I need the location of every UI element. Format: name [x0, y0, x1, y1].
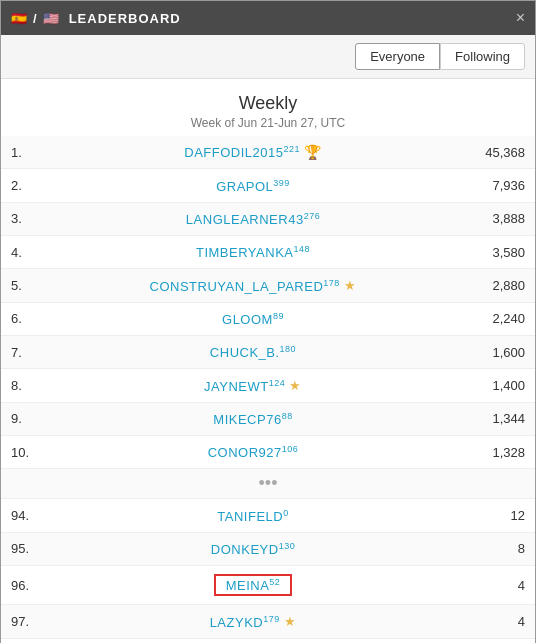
- table-row: 10.CONOR9271061,328: [1, 435, 535, 468]
- following-button[interactable]: Following: [440, 43, 525, 70]
- rank-cell: 7.: [1, 335, 41, 368]
- period-title: Weekly: [11, 93, 525, 114]
- titlebar: 🇪🇸 / 🇺🇸 LEADERBOARD ×: [1, 1, 535, 35]
- score-cell: 4: [465, 605, 535, 638]
- table-row: 3.LANGLEARNER432763,888: [1, 202, 535, 235]
- user-link[interactable]: CHUCK_B.180: [210, 345, 296, 360]
- name-cell[interactable]: MAKIZDAT21 ★: [41, 638, 465, 643]
- star-icon: ★: [284, 615, 297, 630]
- titlebar-left: 🇪🇸 / 🇺🇸 LEADERBOARD: [11, 11, 181, 26]
- divider-row: •••: [1, 469, 535, 499]
- score-cell: 1,400: [465, 369, 535, 402]
- rank-cell: 95.: [1, 532, 41, 565]
- user-link[interactable]: CONOR927106: [208, 445, 299, 460]
- score-cell: 8: [465, 532, 535, 565]
- flag-separator: /: [33, 11, 38, 26]
- user-link[interactable]: TANIFELD0: [217, 509, 288, 524]
- filter-bar: Everyone Following: [1, 35, 535, 79]
- score-cell: 4: [465, 565, 535, 604]
- everyone-button[interactable]: Everyone: [355, 43, 440, 70]
- trophy-icon: 🏆: [304, 144, 322, 160]
- user-link[interactable]: LAZYKD179: [210, 615, 280, 630]
- table-row: 98.MAKIZDAT21 ★0: [1, 638, 535, 643]
- rank-cell: 97.: [1, 605, 41, 638]
- table-row: 7.CHUCK_B.1801,600: [1, 335, 535, 368]
- name-cell[interactable]: JAYNEWT124 ★: [41, 369, 465, 402]
- rank-cell: 3.: [1, 202, 41, 235]
- table-row: 9.MIKECP76881,344: [1, 402, 535, 435]
- name-cell[interactable]: CHUCK_B.180: [41, 335, 465, 368]
- name-cell[interactable]: DONKEYD130: [41, 532, 465, 565]
- name-cell[interactable]: GLOOM89: [41, 302, 465, 335]
- table-row: 4.TIMBERYANKA1483,580: [1, 235, 535, 268]
- score-cell: 1,328: [465, 435, 535, 468]
- table-row: 6.GLOOM892,240: [1, 302, 535, 335]
- score-cell: 2,240: [465, 302, 535, 335]
- flag1-icon: 🇪🇸: [11, 11, 28, 26]
- name-cell[interactable]: MEINA52: [41, 565, 465, 604]
- user-link[interactable]: LANGLEARNER43276: [186, 212, 320, 227]
- score-cell: 3,580: [465, 235, 535, 268]
- rank-cell: 4.: [1, 235, 41, 268]
- score-cell: 2,880: [465, 269, 535, 302]
- name-cell[interactable]: CONOR927106: [41, 435, 465, 468]
- close-button[interactable]: ×: [516, 9, 525, 27]
- rank-cell: 10.: [1, 435, 41, 468]
- name-cell[interactable]: TIMBERYANKA148: [41, 235, 465, 268]
- user-link[interactable]: CONSTRUYAN_LA_PARED178: [150, 279, 340, 294]
- rank-cell: 5.: [1, 269, 41, 302]
- table-row: 97.LAZYKD179 ★4: [1, 605, 535, 638]
- period-subtitle: Week of Jun 21-Jun 27, UTC: [11, 116, 525, 130]
- rank-cell: 8.: [1, 369, 41, 402]
- window-title: LEADERBOARD: [69, 11, 181, 26]
- rank-cell: 6.: [1, 302, 41, 335]
- score-cell: 45,368: [465, 136, 535, 169]
- score-cell: 12: [465, 499, 535, 532]
- rank-cell: 2.: [1, 169, 41, 202]
- table-row: 2.GRAPOL3997,936: [1, 169, 535, 202]
- rank-cell: 94.: [1, 499, 41, 532]
- table-row: 94.TANIFELD012: [1, 499, 535, 532]
- user-link[interactable]: GLOOM89: [222, 312, 284, 327]
- user-link[interactable]: MIKECP7688: [213, 412, 292, 427]
- table-row: 1.DAFFODIL2015221 🏆45,368: [1, 136, 535, 169]
- table-row: 95.DONKEYD1308: [1, 532, 535, 565]
- name-cell[interactable]: CONSTRUYAN_LA_PARED178 ★: [41, 269, 465, 302]
- star-icon: ★: [344, 279, 357, 294]
- score-cell: 7,936: [465, 169, 535, 202]
- leaderboard-table: 1.DAFFODIL2015221 🏆45,3682.GRAPOL3997,93…: [1, 136, 535, 643]
- leaderboard-window: 🇪🇸 / 🇺🇸 LEADERBOARD × Everyone Following…: [0, 0, 536, 643]
- score-cell: 1,600: [465, 335, 535, 368]
- user-link[interactable]: TIMBERYANKA148: [196, 245, 310, 260]
- score-cell: 3,888: [465, 202, 535, 235]
- user-link[interactable]: GRAPOL399: [216, 179, 290, 194]
- name-cell[interactable]: LANGLEARNER43276: [41, 202, 465, 235]
- user-link[interactable]: JAYNEWT124: [204, 379, 285, 394]
- score-cell: 1,344: [465, 402, 535, 435]
- period-header: Weekly Week of Jun 21-Jun 27, UTC: [1, 79, 535, 136]
- table-row: 8.JAYNEWT124 ★1,400: [1, 369, 535, 402]
- name-cell[interactable]: TANIFELD0: [41, 499, 465, 532]
- rank-cell: 9.: [1, 402, 41, 435]
- name-cell[interactable]: MIKECP7688: [41, 402, 465, 435]
- user-link[interactable]: DONKEYD130: [211, 542, 295, 557]
- table-row: 96.MEINA524: [1, 565, 535, 604]
- table-row: 5.CONSTRUYAN_LA_PARED178 ★2,880: [1, 269, 535, 302]
- user-link[interactable]: MEINA52: [226, 578, 281, 593]
- name-cell[interactable]: LAZYKD179 ★: [41, 605, 465, 638]
- name-cell[interactable]: DAFFODIL2015221 🏆: [41, 136, 465, 169]
- rank-cell: 96.: [1, 565, 41, 604]
- star-icon: ★: [289, 379, 302, 394]
- rank-cell: 1.: [1, 136, 41, 169]
- flag2-icon: 🇺🇸: [43, 11, 60, 26]
- user-link[interactable]: DAFFODIL2015221: [184, 145, 300, 160]
- name-cell[interactable]: GRAPOL399: [41, 169, 465, 202]
- rank-cell: 98.: [1, 638, 41, 643]
- score-cell: 0: [465, 638, 535, 643]
